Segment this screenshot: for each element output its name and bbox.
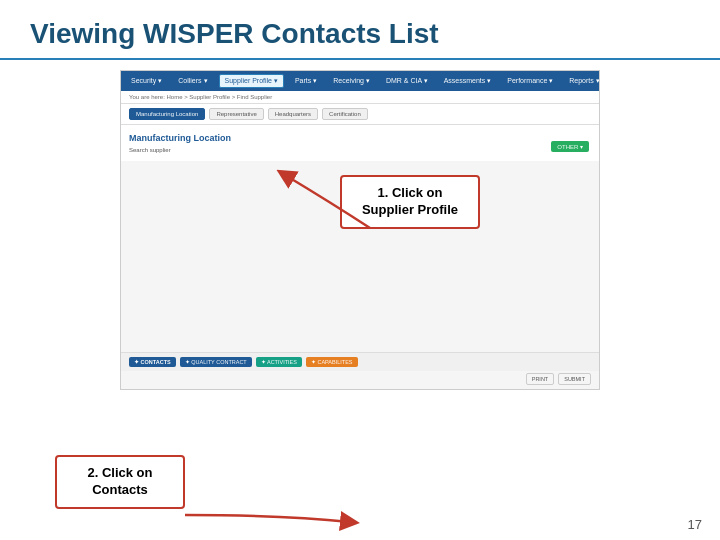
screenshot-mockup: Security ▾ Colliers ▾ Supplier Profile ▾… [120, 70, 600, 390]
content-area: Security ▾ Colliers ▾ Supplier Profile ▾… [0, 60, 720, 530]
activities-button[interactable]: ✦ ACTIVITIES [256, 357, 302, 367]
tab-representative[interactable]: Representative [209, 108, 263, 120]
mock-tabs: Manufacturing Location Representative He… [121, 104, 599, 125]
mock-content: Manufacturing Location Search supplier [121, 125, 599, 161]
submit-button[interactable]: SUBMIT [558, 373, 591, 385]
page-title: Viewing WISPER Contacts List [0, 0, 720, 60]
mock-section-title: Manufacturing Location [129, 133, 591, 143]
nav-colliers[interactable]: Colliers ▾ [173, 75, 212, 87]
tab-headquarters[interactable]: Headquarters [268, 108, 318, 120]
quality-contract-button[interactable]: ✦ QUALITY CONTRACT [180, 357, 252, 367]
callout-contacts: 2. Click on Contacts [55, 455, 185, 509]
nav-assessments[interactable]: Assessments ▾ [439, 75, 497, 87]
mock-bottom-buttons: ✦ CONTACTS ✦ QUALITY CONTRACT ✦ ACTIVITI… [121, 352, 599, 371]
mock-search-label: Search supplier [129, 147, 591, 153]
nav-reports[interactable]: Reports ▾ [564, 75, 600, 87]
nav-receiving[interactable]: Receiving ▾ [328, 75, 375, 87]
callout-supplier-profile: 1. Click on Supplier Profile [340, 175, 480, 229]
nav-supplier-profile[interactable]: Supplier Profile ▾ [219, 74, 284, 88]
print-button[interactable]: PRINT [526, 373, 555, 385]
nav-dmr[interactable]: DMR & CIA ▾ [381, 75, 433, 87]
page-number: 17 [688, 517, 702, 532]
mock-navbar: Security ▾ Colliers ▾ Supplier Profile ▾… [121, 71, 599, 91]
nav-parts[interactable]: Parts ▾ [290, 75, 322, 87]
nav-performance[interactable]: Performance ▾ [502, 75, 558, 87]
mock-other-button[interactable]: OTHER ▾ [551, 141, 589, 152]
mockup-container: Security ▾ Colliers ▾ Supplier Profile ▾… [120, 70, 600, 390]
capabilities-button[interactable]: ✦ CAPABILITES [306, 357, 358, 367]
mock-breadcrumb: You are here: Home > Supplier Profile > … [121, 91, 599, 104]
tab-manufacturing[interactable]: Manufacturing Location [129, 108, 205, 120]
nav-security[interactable]: Security ▾ [126, 75, 167, 87]
contacts-button[interactable]: ✦ CONTACTS [129, 357, 176, 367]
mock-bottom-right: PRINT SUBMIT [526, 373, 591, 385]
tab-certification[interactable]: Certification [322, 108, 368, 120]
